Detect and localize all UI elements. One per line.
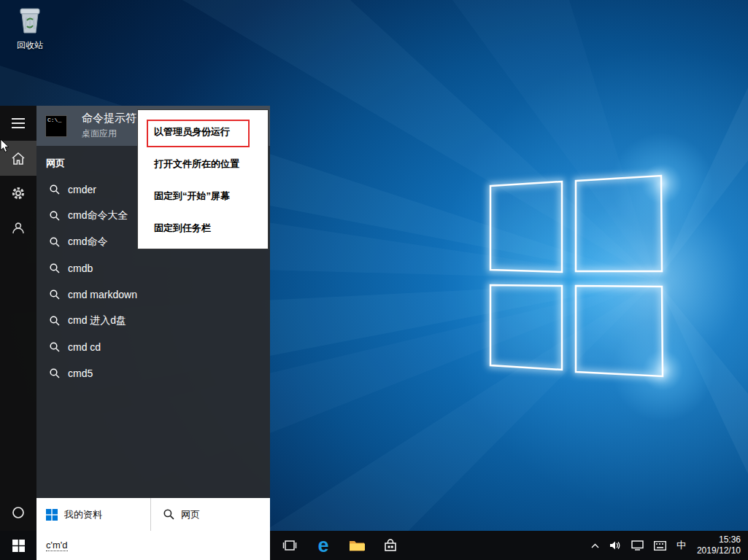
suggestion-label: cmd 进入d盘 bbox=[68, 314, 126, 327]
search-icon bbox=[50, 316, 60, 326]
hamburger-icon bbox=[12, 118, 25, 128]
suggestion-item[interactable]: cmd cd bbox=[36, 334, 270, 360]
start-nav-rail bbox=[0, 106, 36, 531]
suggestion-label: cmd命令 bbox=[68, 236, 107, 249]
edge-browser-button[interactable]: e bbox=[306, 531, 340, 560]
power-icon bbox=[12, 506, 25, 519]
recycle-bin-shortcut[interactable]: 回收站 bbox=[9, 6, 51, 52]
menu-item-pin-to-taskbar[interactable]: 固定到任务栏 bbox=[138, 212, 268, 244]
file-explorer-button[interactable] bbox=[340, 531, 374, 560]
command-prompt-icon: C:\_ bbox=[45, 115, 67, 137]
search-icon bbox=[50, 211, 60, 221]
desktop: 回收站 bbox=[0, 0, 748, 560]
taskbar-icons: e bbox=[273, 531, 407, 560]
user-icon bbox=[12, 222, 25, 235]
search-icon bbox=[50, 237, 60, 247]
mouse-cursor bbox=[0, 139, 10, 153]
recycle-bin-label: 回收站 bbox=[9, 39, 51, 52]
search-input-value: c'm'd bbox=[46, 540, 68, 551]
volume-button[interactable] bbox=[604, 531, 626, 560]
search-icon bbox=[50, 368, 60, 378]
context-menu: 以管理员身份运行 打开文件所在的位置 固定到“开始”屏幕 固定到任务栏 bbox=[137, 109, 269, 249]
edge-icon: e bbox=[317, 536, 328, 556]
menu-item-open-file-location[interactable]: 打开文件所在的位置 bbox=[138, 148, 268, 180]
start-search-panel: C:\_ 命令提示符 桌面应用 网页 cmder cmd命令大全 bbox=[0, 106, 270, 531]
search-icon bbox=[50, 184, 60, 195]
top-result-title: 命令提示符 bbox=[82, 112, 136, 125]
my-stuff-button[interactable]: 我的资料 bbox=[36, 498, 151, 531]
suggestion-label: cmd markdown bbox=[68, 289, 137, 300]
recycle-bin-icon bbox=[15, 6, 45, 35]
suggestion-item[interactable]: cmd5 bbox=[36, 360, 270, 386]
speaker-icon bbox=[609, 540, 621, 551]
clock-time: 15:36 bbox=[697, 534, 741, 545]
search-icon bbox=[50, 263, 60, 273]
store-bag-icon bbox=[383, 538, 398, 553]
windows-flag-icon bbox=[12, 540, 25, 552]
start-button[interactable] bbox=[0, 531, 36, 560]
web-button[interactable]: 网页 bbox=[151, 498, 270, 531]
keyboard-icon bbox=[654, 541, 666, 551]
suggestion-label: cmd cd bbox=[68, 341, 101, 353]
web-button-label: 网页 bbox=[181, 508, 200, 521]
suggestion-label: cmd命令大全 bbox=[68, 209, 128, 222]
store-button[interactable] bbox=[374, 531, 407, 560]
nav-account-button[interactable] bbox=[0, 211, 36, 246]
folder-icon bbox=[349, 539, 365, 552]
menu-item-run-as-admin[interactable]: 以管理员身份运行 bbox=[138, 116, 268, 148]
suggestion-label: cmd5 bbox=[68, 368, 93, 379]
nav-settings-button[interactable] bbox=[0, 176, 36, 211]
gear-icon bbox=[11, 186, 26, 201]
web-section-header: 网页 bbox=[46, 157, 65, 170]
clock-date: 2019/12/10 bbox=[697, 545, 741, 556]
touch-keyboard-button[interactable] bbox=[649, 531, 671, 560]
search-input[interactable]: c'm'd bbox=[36, 531, 270, 560]
suggestion-item[interactable]: cmd 进入d盘 bbox=[36, 308, 270, 334]
network-icon bbox=[631, 540, 644, 551]
my-stuff-label: 我的资料 bbox=[64, 508, 102, 521]
search-icon bbox=[50, 289, 60, 300]
search-icon bbox=[50, 342, 60, 352]
suggestion-label: cmder bbox=[68, 184, 96, 195]
chevron-up-icon bbox=[591, 543, 599, 548]
suggestion-item[interactable]: cmd markdown bbox=[36, 281, 270, 308]
windows-flag-icon bbox=[46, 509, 58, 521]
hamburger-menu-button[interactable] bbox=[0, 106, 36, 141]
network-button[interactable] bbox=[626, 531, 649, 560]
task-view-icon bbox=[282, 540, 297, 551]
taskbar-clock[interactable]: 15:36 2019/12/10 bbox=[691, 534, 741, 556]
tray-overflow-button[interactable] bbox=[586, 531, 604, 560]
search-footer: 我的资料 网页 bbox=[36, 498, 270, 531]
system-tray: 中 15:36 2019/12/10 bbox=[586, 531, 748, 560]
taskbar: c'm'd e bbox=[0, 531, 748, 560]
search-icon bbox=[163, 509, 174, 520]
home-icon bbox=[12, 152, 25, 165]
task-view-button[interactable] bbox=[273, 531, 306, 560]
ime-indicator[interactable]: 中 bbox=[671, 531, 691, 560]
top-result-subtitle: 桌面应用 bbox=[82, 128, 136, 140]
suggestion-item[interactable]: cmdb bbox=[36, 255, 270, 281]
menu-item-pin-to-start[interactable]: 固定到“开始”屏幕 bbox=[138, 180, 268, 212]
suggestion-label: cmdb bbox=[68, 262, 93, 274]
nav-power-button[interactable] bbox=[0, 495, 36, 530]
